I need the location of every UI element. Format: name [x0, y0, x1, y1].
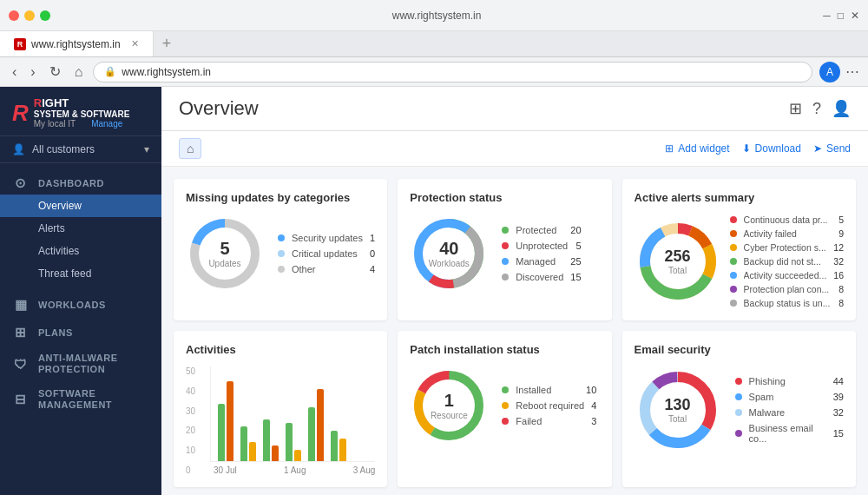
address-bar[interactable]: 🔒 www.rightsystem.in — [93, 62, 812, 82]
alerts-content: 256 Total Continuous data pr... 5 Activi — [635, 214, 844, 308]
protected-dot — [502, 227, 509, 234]
legend-item: Spam 39 — [735, 392, 844, 402]
close-window-btn[interactable] — [9, 10, 19, 21]
protection-plan-dot — [730, 286, 737, 293]
backup-status-dot — [730, 300, 737, 307]
bar-group — [331, 431, 346, 461]
add-widget-btn[interactable]: ⊞ Add widget — [665, 142, 729, 155]
sidebar-item-activities[interactable]: Activities — [0, 240, 161, 262]
missing-updates-number: 5 — [208, 239, 240, 259]
grid-view-btn[interactable]: ⊞ — [789, 99, 802, 118]
app-container: R RIGHT SYSTEM & SOFTWARE My local IT Ma… — [0, 87, 868, 495]
sidebar-item-dashboard[interactable]: ⊙ DASHBOARD — [0, 167, 161, 195]
sidebar-item-overview[interactable]: Overview — [0, 195, 161, 217]
alerts-total-text: Total — [665, 266, 691, 275]
protection-number: 40 — [429, 239, 470, 259]
legend-item: Backup status is un... 8 — [730, 298, 844, 308]
tab-favicon: R — [14, 38, 26, 50]
win-controls: ─ □ ✕ — [823, 10, 859, 22]
patch-label: 1 Resource — [431, 391, 468, 420]
bar — [339, 439, 346, 461]
add-widget-icon: ⊞ — [665, 142, 674, 155]
customer-name: All customers — [32, 143, 95, 155]
legend-item: Activity succeeded... 16 — [730, 270, 844, 280]
manage-link[interactable]: Manage — [91, 119, 122, 129]
bar — [249, 442, 256, 461]
back-btn[interactable]: ‹ — [9, 63, 20, 82]
security-updates-dot — [278, 234, 285, 241]
patch-legend: Installed 10 Reboot required 4 Failed 3 — [502, 385, 596, 426]
legend-item: Phishing 44 — [735, 376, 844, 386]
sidebar-item-workloads[interactable]: ▦ WORKLOADS — [0, 288, 161, 316]
profile-btn[interactable]: A — [819, 62, 840, 82]
sidebar-logo: R RIGHT SYSTEM & SOFTWARE My local IT Ma… — [0, 87, 161, 136]
browser-title-bar: www.rightsystem.in ─ □ ✕ — [0, 0, 868, 31]
sidebar-item-software-mgmt[interactable]: ⊟ SOFTWAREMANAGEMENT — [0, 380, 161, 414]
help-btn[interactable]: ? — [812, 100, 821, 118]
nav-section: ⊙ DASHBOARD Overview Alerts Activities T… — [0, 163, 161, 418]
sidebar-item-plans[interactable]: ⊞ PLANS — [0, 316, 161, 344]
shield-icon: 🛡 — [12, 357, 30, 372]
bar — [227, 381, 233, 461]
bar — [294, 450, 301, 461]
logo-r-icon: R — [12, 100, 29, 127]
active-alerts-card: Active alerts summary — [622, 179, 856, 320]
send-btn[interactable]: ➤ Send — [813, 142, 851, 155]
sidebar-item-threat-feed[interactable]: Threat feed — [0, 262, 161, 285]
account-btn[interactable]: 👤 — [832, 99, 851, 118]
close-btn[interactable]: ✕ — [851, 10, 859, 22]
patch-number: 1 — [431, 391, 468, 411]
maximize-window-btn[interactable] — [40, 10, 50, 21]
patch-donut: 1 Resource — [410, 366, 488, 445]
protection-legend: Protected 20 Unprotected 5 Managed 25 — [502, 225, 581, 282]
protection-label: 40 Workloads — [429, 239, 470, 268]
installed-dot — [502, 386, 509, 393]
customer-selector[interactable]: 👤 All customers ▾ — [0, 136, 161, 163]
bar-group — [286, 423, 301, 461]
bar — [263, 419, 270, 461]
browser-menu-btn[interactable]: ⋯ — [845, 63, 859, 80]
phishing-dot — [735, 378, 742, 385]
minimize-window-btn[interactable] — [24, 10, 35, 21]
patch-content: 1 Resource Installed 10 Reboot required — [410, 366, 599, 445]
new-tab-btn[interactable]: + — [154, 31, 181, 56]
active-tab[interactable]: R www.rightsystem.in ✕ — [0, 31, 154, 56]
forward-btn[interactable]: › — [27, 63, 38, 82]
alerts-donut: 256 Total — [635, 218, 721, 305]
home-toolbar-btn[interactable]: ⌂ — [179, 138, 201, 159]
close-tab-btn[interactable]: ✕ — [131, 38, 139, 50]
legend-item: Critical updates 0 — [278, 248, 375, 259]
customer-icon: 👤 — [12, 143, 25, 155]
logo-title: RIGHT — [34, 97, 130, 109]
protection-title: Protection status — [410, 191, 599, 204]
window-title: www.rightsystem.in — [57, 10, 816, 22]
legend-item: Unprotected 5 — [502, 241, 581, 251]
workloads-icon: ▦ — [12, 297, 30, 313]
window-controls — [9, 10, 50, 21]
legend-item: Managed 25 — [502, 256, 581, 267]
sidebar-item-anti-malware[interactable]: 🛡 ANTI-MALWAREPROTECTION — [0, 344, 161, 379]
download-icon: ⬇ — [742, 142, 751, 155]
minimize-btn[interactable]: ─ — [823, 10, 831, 22]
restore-btn[interactable]: □ — [838, 10, 844, 22]
logo-subtitle: SYSTEM & SOFTWARE — [34, 109, 130, 119]
patch-text: Resource — [431, 411, 468, 420]
url-text: www.rightsystem.in — [122, 66, 211, 78]
legend-item: Installed 10 — [502, 385, 596, 395]
protection-donut: 40 Workloads — [410, 214, 488, 293]
activity-succeeded-dot — [730, 272, 737, 279]
backup-dot — [730, 258, 737, 265]
refresh-btn[interactable]: ↻ — [46, 62, 64, 82]
email-center: 130 Total — [665, 396, 691, 424]
protection-status-card: Protection status — [398, 179, 611, 320]
legend-item: Continuous data pr... 5 — [730, 214, 844, 225]
alerts-legend: Continuous data pr... 5 Activity failed … — [730, 214, 844, 308]
bar — [272, 446, 279, 461]
sidebar-item-alerts[interactable]: Alerts — [0, 217, 161, 240]
reboot-dot — [502, 402, 509, 409]
legend-item: Failed 3 — [502, 416, 596, 426]
alerts-total: 256 — [665, 248, 691, 266]
download-btn[interactable]: ⬇ Download — [742, 142, 801, 155]
home-btn[interactable]: ⌂ — [71, 63, 87, 82]
alerts-title: Active alerts summary — [635, 191, 844, 204]
